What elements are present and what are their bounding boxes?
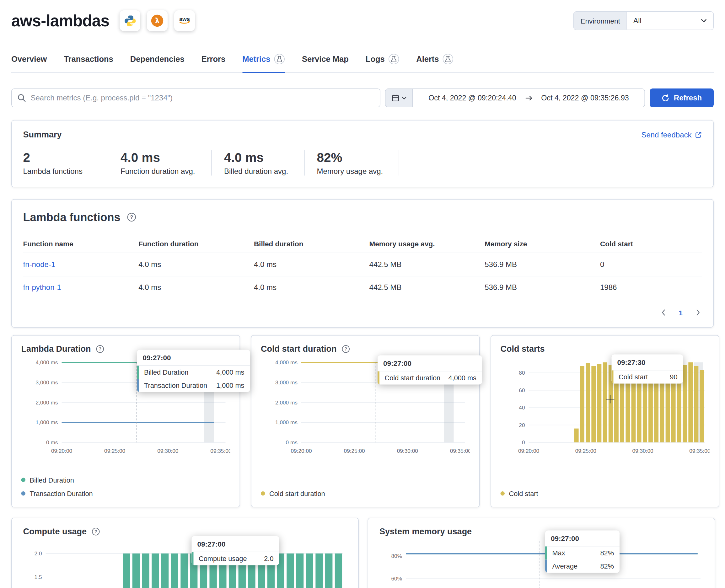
tab-metrics[interactable]: Metrics <box>242 54 285 73</box>
help-icon[interactable]: ? <box>92 527 100 536</box>
tooltip-value: 4,000 ms <box>216 369 244 376</box>
next-page-button[interactable] <box>696 309 700 316</box>
tab-alerts[interactable]: Alerts <box>416 54 454 73</box>
python-icon <box>120 10 140 31</box>
y-axis-tick-label: 2,000 ms <box>36 399 58 405</box>
tab-errors[interactable]: Errors <box>202 54 226 73</box>
y-axis-tick-label: 2,000 ms <box>275 399 297 405</box>
date-end[interactable]: Oct 4, 2022 @ 09:35:26.93 <box>541 94 629 102</box>
lambda-duration-card: Lambda Duration ? 4,000 ms3,000 ms2,000 … <box>11 335 240 507</box>
legend-label: Cold start <box>509 490 538 497</box>
legend-item[interactable]: Billed Duration <box>21 476 230 484</box>
feedback-label: Send feedback <box>641 130 691 139</box>
y-axis-tick-label: 0 ms <box>286 439 297 445</box>
help-icon[interactable]: ? <box>342 345 350 353</box>
x-axis-tick-label: 09:20:00 <box>291 448 312 454</box>
function-link[interactable]: fn-python-1 <box>23 276 139 299</box>
tab-transactions[interactable]: Transactions <box>64 54 113 73</box>
tab-bar: Overview Transactions Dependencies Error… <box>11 54 714 73</box>
chart-title: Compute usage <box>23 526 87 537</box>
y-axis-tick-label: 3,000 ms <box>36 379 58 385</box>
compute-usage-chart[interactable]: 2.01.51.0 <box>23 541 347 588</box>
svg-text:?: ? <box>99 346 101 352</box>
bar <box>586 363 590 442</box>
bar <box>287 553 294 588</box>
cell-billed-duration: 4.0 ms <box>254 253 369 276</box>
y-axis-tick-label: 20 <box>519 422 525 428</box>
refresh-button[interactable]: Refresh <box>650 88 714 107</box>
tab-label: Service Map <box>302 54 349 64</box>
environment-select[interactable]: All <box>627 12 713 30</box>
bar <box>325 553 332 588</box>
date-start[interactable]: Oct 4, 2022 @ 09:20:24.40 <box>429 94 516 102</box>
legend-item[interactable]: Transaction Duration <box>21 490 230 497</box>
chart-title: System memory usage <box>379 526 472 537</box>
send-feedback-link[interactable]: Send feedback <box>641 130 702 139</box>
legend-label: Cold start duration <box>269 490 325 497</box>
tab-service-map[interactable]: Service Map <box>302 54 349 73</box>
y-axis-tick-label: 80 <box>519 370 525 376</box>
tab-label: Alerts <box>416 54 439 64</box>
date-range-picker: Oct 4, 2022 @ 09:20:24.40 Oct 4, 2022 @ … <box>385 88 645 107</box>
function-link[interactable]: fn-node-1 <box>23 253 139 276</box>
tooltip-row: Max 82% <box>545 546 620 560</box>
y-axis-tick-label: 0 <box>522 439 525 445</box>
legend-item[interactable]: Cold start duration <box>261 490 470 497</box>
legend-dot <box>21 491 26 496</box>
stat-label: Lambda functions <box>23 167 108 175</box>
tooltip-row: Cold start 90 <box>612 370 683 383</box>
system-memory-usage-chart[interactable]: 80%60%40% <box>379 541 703 588</box>
tooltip-label: Transaction Duration <box>144 381 207 389</box>
tooltip-time: 09:27:30 <box>612 354 683 370</box>
stat-value: 4.0 ms <box>121 151 211 165</box>
tab-overview[interactable]: Overview <box>11 54 47 73</box>
help-icon[interactable]: ? <box>96 345 104 353</box>
tooltip-row: Average 82% <box>545 560 620 573</box>
stat-value: 82% <box>317 151 399 165</box>
legend-label: Billed Duration <box>30 476 74 484</box>
help-icon[interactable]: ? <box>127 213 136 222</box>
y-axis-tick-label: 1.5 <box>35 574 42 580</box>
chart-tooltip: 09:27:00 Max 82% Average 82% <box>545 530 620 573</box>
legend-label: Transaction Duration <box>30 490 93 497</box>
environment-filter: Environment All <box>574 11 714 30</box>
stat-value: 4.0 ms <box>224 151 304 165</box>
prev-page-button[interactable] <box>661 309 666 316</box>
x-axis-tick-label: 09:20:00 <box>518 448 539 454</box>
tab-label: Overview <box>11 54 47 64</box>
panel-title: Lambda functions <box>23 211 121 224</box>
calendar-menu-button[interactable] <box>386 89 413 107</box>
column-header: Memory usage avg. <box>369 234 485 253</box>
x-axis-tick-label: 09:25:00 <box>344 448 365 454</box>
refresh-label: Refresh <box>674 94 702 102</box>
stat-memory-usage: 82% Memory usage avg. <box>305 150 399 176</box>
x-axis-tick-label: 09:30:00 <box>632 448 653 454</box>
tooltip-row: Transaction Duration 1,000 ms <box>137 379 250 392</box>
cold-starts-card: Cold starts 80604020009:20:0009:25:0009:… <box>491 335 719 507</box>
tooltip-time: 09:27:00 <box>377 355 482 371</box>
x-axis-tick-label: 09:25:00 <box>104 448 125 454</box>
tab-logs[interactable]: Logs <box>366 54 399 73</box>
tooltip-label: Billed Duration <box>144 369 188 376</box>
legend-item[interactable]: Cold start <box>501 490 710 497</box>
search-input[interactable] <box>31 94 374 102</box>
charts-row-top: Lambda Duration ? 4,000 ms3,000 ms2,000 … <box>11 335 714 507</box>
legend-dot <box>261 491 265 496</box>
tab-dependencies[interactable]: Dependencies <box>130 54 185 73</box>
summary-stats: 2 Lambda functions 4.0 ms Function durat… <box>23 150 702 176</box>
cell-cold-start: 0 <box>600 253 702 276</box>
tooltip-row: Compute usage 2.0 <box>192 552 279 565</box>
table-row: fn-node-1 4.0 ms 4.0 ms 442.5 MB 536.9 M… <box>23 253 702 276</box>
bar <box>597 364 602 442</box>
service-icon-badges: λ aws <box>120 10 195 31</box>
bar <box>574 428 579 442</box>
y-axis-tick-label: 60 <box>519 387 525 393</box>
x-axis-tick-label: 09:35:00 <box>450 448 470 454</box>
legend-dot <box>501 491 505 496</box>
y-axis-tick-label: 0 ms <box>46 439 58 445</box>
tooltip-value: 4,000 ms <box>449 374 476 381</box>
cell-memory-size: 536.9 MB <box>484 276 600 299</box>
page-number[interactable]: 1 <box>679 309 683 317</box>
stat-label: Memory usage avg. <box>317 167 399 175</box>
compute-usage-card: Compute usage ? 2.01.51.0 09:27:00 Compu… <box>11 518 359 588</box>
